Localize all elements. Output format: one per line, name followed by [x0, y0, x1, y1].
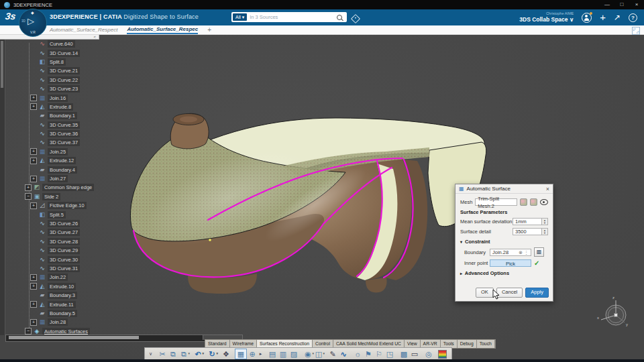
- minimize-button[interactable]: —: [600, 0, 614, 9]
- tree-item-label[interactable]: 3D Curve.31: [48, 265, 80, 272]
- tree-item[interactable]: ∿ 3D Curve.21: [5, 66, 146, 75]
- toolbar-icon[interactable]: ◉: [303, 349, 313, 359]
- tree-item-label[interactable]: 3D Curve.14: [48, 50, 80, 57]
- tree-item[interactable]: ∿ 3D Curve.14: [5, 48, 146, 57]
- maximize-button[interactable]: □: [614, 0, 629, 9]
- tree-item-label[interactable]: 3D Curve.21: [48, 67, 80, 74]
- tree-item-label[interactable]: 3D Curve.23: [48, 85, 80, 93]
- tree-vscroll-thumb[interactable]: [1, 41, 3, 88]
- toolbar-icon[interactable]: ∿: [338, 349, 349, 359]
- advanced-options-header[interactable]: ▸ Advanced Options: [460, 270, 548, 276]
- tree-item[interactable]: ◧ Split.5: [5, 210, 146, 219]
- tree-item[interactable]: ∿ 3D Curve.22: [5, 76, 146, 84]
- tree-expander[interactable]: +: [30, 95, 37, 101]
- tree-expander[interactable]: +: [25, 184, 32, 191]
- toolbar-icon[interactable]: ▨: [288, 349, 299, 359]
- close-button[interactable]: ×: [629, 0, 644, 9]
- toolbar-icon[interactable]: ✂: [157, 349, 168, 359]
- tree-expander[interactable]: +: [30, 274, 37, 281]
- tree-item-label[interactable]: Extrude.10: [48, 283, 76, 290]
- tree-expander[interactable]: +: [30, 301, 37, 308]
- tree-item[interactable]: ∿ 3D Curve.23: [5, 84, 146, 93]
- tree-item[interactable]: + ◿ Fictive Edge.10: [5, 201, 146, 210]
- pick-button[interactable]: Pick: [490, 259, 531, 267]
- tree-item-label[interactable]: Join.28: [48, 318, 68, 326]
- tree-item[interactable]: ◧ Split.8: [5, 58, 146, 66]
- tree-expander[interactable]: −: [25, 328, 32, 335]
- tree-item[interactable]: ∿ 3D Curve.27: [5, 228, 146, 237]
- tree-item-label[interactable]: Join.25: [48, 148, 68, 156]
- tree-item-label[interactable]: 3D Curve.28: [48, 238, 80, 245]
- toolbar-icon[interactable]: ⧉: [168, 349, 178, 359]
- tree-item-label[interactable]: 3D Curve.36: [48, 130, 80, 137]
- tree-item-label[interactable]: 3D Curve.35: [48, 121, 80, 129]
- tag-icon[interactable]: [351, 14, 360, 23]
- tree-item[interactable]: + ◭ Extrude.11: [5, 300, 146, 308]
- tree-item-label[interactable]: Join.22: [48, 274, 68, 281]
- toolbar-icon[interactable]: ⚐: [374, 349, 384, 359]
- toolbar-icon[interactable]: ⊕: [247, 349, 258, 359]
- toolbar-icon[interactable]: ▥: [278, 349, 288, 359]
- tree-item-label[interactable]: Curve.640: [48, 40, 75, 48]
- tree-item-label[interactable]: 3D Curve.26: [48, 220, 80, 227]
- expand-viewport-icon[interactable]: ◸◿: [632, 27, 640, 35]
- boundary-pick-tool-button[interactable]: ▩: [534, 247, 544, 257]
- add-button[interactable]: +: [600, 9, 606, 25]
- tree-item-label[interactable]: Boundary.1: [48, 112, 77, 119]
- tree-item-label[interactable]: 3D Curve.37: [48, 139, 80, 146]
- toolbar-icon[interactable]: ▦: [235, 349, 247, 359]
- constraint-section-header[interactable]: ▾ Constraint: [460, 239, 548, 245]
- tree-item-label[interactable]: Join.16: [48, 95, 68, 102]
- help-icon[interactable]: ?: [629, 13, 637, 22]
- mean-deviation-spinner[interactable]: ▲▼: [542, 218, 548, 225]
- tree-item[interactable]: + ◭ Extrude.8: [5, 103, 146, 111]
- mesh-shading-icon[interactable]: [530, 198, 537, 206]
- tree-item-label[interactable]: Common Sharp edge: [42, 184, 94, 191]
- tree-item-label[interactable]: 3D Curve.27: [48, 229, 80, 236]
- tree-item[interactable]: + ◭ Extrude.12: [5, 156, 146, 165]
- tree-hscrollbar-top[interactable]: <: [0, 35, 99, 40]
- tree-item[interactable]: ∿ 3D Curve.35: [5, 121, 146, 129]
- surface-detail-spinner[interactable]: ▲▼: [542, 228, 548, 235]
- toolbar-icon[interactable]: ◎: [423, 349, 434, 359]
- visibility-eye-icon[interactable]: [540, 199, 548, 205]
- tree-item[interactable]: ∿ 3D Curve.31: [5, 264, 146, 273]
- tree-item-label[interactable]: Split.8: [48, 58, 66, 66]
- avatar[interactable]: [582, 13, 592, 23]
- tree-expander[interactable]: +: [30, 176, 37, 182]
- tree-item-label[interactable]: Extrude.12: [48, 157, 76, 164]
- toolbar-icon[interactable]: [438, 350, 447, 359]
- tree-item-label[interactable]: Fictive Edge.10: [48, 202, 87, 209]
- tree-item[interactable]: + ▦ Join.16: [5, 93, 146, 102]
- toolbar-tab[interactable]: Touch: [477, 340, 495, 348]
- tree-item[interactable]: ▰ Boundary.4: [5, 165, 146, 174]
- tree-item-label[interactable]: Boundary.3: [48, 292, 77, 299]
- tree-expander[interactable]: +: [30, 148, 37, 155]
- tree-hscroll-thumb[interactable]: [9, 336, 139, 339]
- tree-item[interactable]: ▰ Boundary.5: [5, 309, 146, 318]
- tree-item-label[interactable]: 3D Curve.30: [48, 256, 80, 263]
- tree-item[interactable]: ∿ Curve.640: [5, 40, 146, 48]
- toolbar-icon[interactable]: ↶: [193, 349, 203, 359]
- tree-item-label[interactable]: 3D Curve.29: [48, 247, 80, 254]
- tree-item[interactable]: ∿ 3D Curve.26: [5, 219, 146, 228]
- ok-button[interactable]: OK: [476, 288, 494, 298]
- tree-expander[interactable]: +: [30, 202, 37, 209]
- tree-item[interactable]: + ▦ Join.22: [5, 273, 146, 282]
- tree-item-label[interactable]: Boundary.5: [48, 310, 77, 317]
- toolbar-icon[interactable]: ✎: [327, 349, 338, 359]
- toolbar-icon[interactable]: ▤: [267, 349, 278, 359]
- toolbar-tab[interactable]: Debug: [458, 340, 477, 348]
- tree-expander[interactable]: −: [25, 193, 32, 200]
- mesh-display-icon[interactable]: [520, 198, 527, 206]
- toolbar-icon[interactable]: ∨: [148, 349, 154, 359]
- toolbar-icon[interactable]: ☼: [352, 349, 363, 359]
- dialog-titlebar[interactable]: ▦ Automatic Surface ×: [455, 184, 553, 194]
- tree-expander[interactable]: +: [30, 103, 37, 110]
- share-icon[interactable]: ↗: [614, 9, 621, 25]
- tree-item[interactable]: ▰ Boundary.1: [5, 111, 146, 120]
- tree-item-label[interactable]: Extrude.11: [48, 301, 76, 308]
- tree-item[interactable]: ∿ 3D Curve.36: [5, 129, 146, 138]
- tree-item[interactable]: ▰ Boundary.3: [5, 291, 146, 300]
- tree-item-label[interactable]: Side 2: [42, 193, 60, 200]
